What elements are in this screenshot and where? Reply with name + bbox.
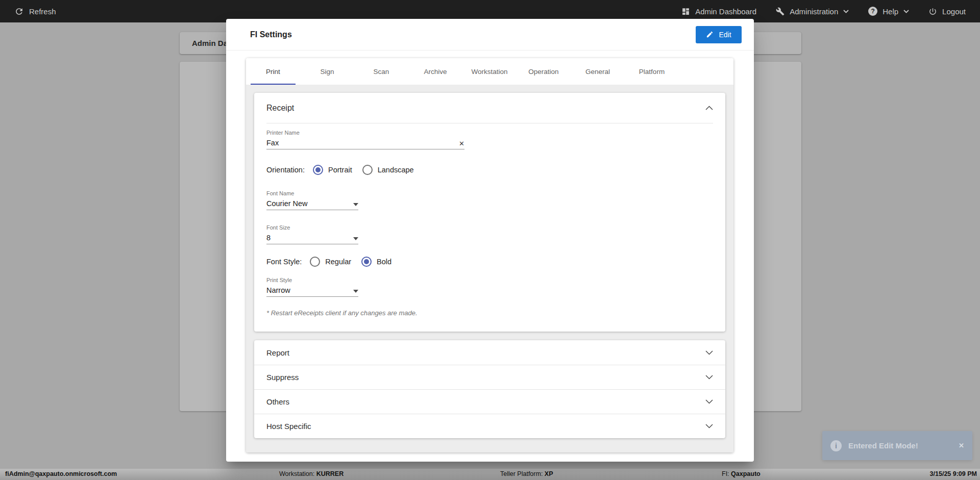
refresh-button[interactable]: Refresh (14, 7, 56, 16)
dialog-title: FI Settings (250, 30, 292, 39)
logout-button[interactable]: Logout (928, 7, 966, 16)
edit-button[interactable]: Edit (696, 26, 742, 43)
clear-icon[interactable]: ✕ (459, 140, 464, 147)
font-name-field: Font Name Courier New (266, 190, 358, 210)
font-style-bold-option[interactable]: Bold (361, 257, 391, 267)
tab-label: Sign (320, 68, 334, 75)
help-menu[interactable]: ? Help (868, 7, 909, 16)
tab-workstation[interactable]: Workstation (462, 58, 517, 85)
bold-label: Bold (377, 258, 391, 266)
chevron-down-icon (705, 350, 713, 355)
receipt-section-header[interactable]: Receipt (254, 93, 725, 123)
receipt-form: Printer Name ✕ Orientation: Portrait (254, 123, 725, 317)
tab-label: Workstation (471, 68, 507, 75)
fi-settings-dialog: FI Settings Edit Print Sign Scan Archive… (226, 19, 754, 462)
refresh-label: Refresh (29, 7, 56, 16)
dropdown-arrow-icon (353, 237, 358, 240)
font-size-value: 8 (266, 234, 271, 242)
teller-platform-value: XP (545, 470, 553, 477)
dropdown-arrow-icon (353, 290, 358, 293)
section-host-specific[interactable]: Host Specific (254, 414, 725, 438)
help-label: Help (883, 7, 898, 16)
wrench-icon (776, 7, 785, 16)
section-report[interactable]: Report (254, 340, 725, 365)
section-title: Host Specific (266, 422, 311, 431)
fi-value: Qaxpauto (731, 470, 761, 477)
active-tab-indicator (251, 84, 296, 85)
status-bar: fiAdmin@qaxpauto.onmicrosoft.com Worksta… (0, 469, 980, 480)
tab-label: Platform (639, 68, 665, 75)
fi-label: FI: (722, 470, 729, 477)
tab-label: Operation (528, 68, 558, 75)
refresh-icon (14, 7, 24, 16)
tab-sign[interactable]: Sign (300, 58, 354, 85)
help-icon: ? (868, 7, 877, 16)
print-tab-content: Receipt Printer Name ✕ (246, 85, 733, 452)
status-workstation: Workstation: KURRER (279, 470, 344, 477)
tab-scan[interactable]: Scan (354, 58, 408, 85)
admin-dashboard-label: Admin Dashboard (695, 7, 756, 16)
print-style-label: Print Style (266, 277, 358, 283)
dialog-header: FI Settings Edit (226, 19, 754, 50)
administration-menu[interactable]: Administration (776, 7, 849, 16)
chevron-down-icon (705, 375, 713, 380)
status-datetime: 3/15/25 9:09 PM (930, 470, 977, 477)
pencil-icon (706, 31, 714, 38)
chevron-up-icon (705, 106, 713, 110)
tab-label: Scan (374, 68, 389, 75)
chevron-down-icon (843, 10, 849, 13)
printer-name-field: Printer Name ✕ (266, 130, 464, 149)
printer-name-label: Printer Name (266, 130, 464, 136)
radio-selected-icon (361, 257, 372, 267)
logout-label: Logout (942, 7, 966, 16)
receipt-section-title: Receipt (266, 104, 294, 113)
restart-note: * Restart eReceipts client if any change… (266, 309, 713, 317)
font-style-regular-option[interactable]: Regular (310, 257, 351, 267)
tab-general[interactable]: General (571, 58, 625, 85)
font-name-value: Courier New (266, 199, 308, 208)
orientation-landscape-option[interactable]: Landscape (362, 165, 414, 175)
teller-platform-label: Teller Platform: (500, 470, 543, 477)
receipt-section: Receipt Printer Name ✕ (254, 93, 725, 332)
admin-dashboard-link[interactable]: Admin Dashboard (681, 7, 756, 16)
settings-tab-bar: Print Sign Scan Archive Workstation Oper… (246, 58, 733, 85)
settings-card: Print Sign Scan Archive Workstation Oper… (246, 58, 733, 452)
workstation-value: KURRER (316, 470, 344, 477)
power-icon (928, 7, 937, 16)
section-suppress[interactable]: Suppress (254, 365, 725, 389)
section-title: Report (266, 348, 289, 357)
landscape-label: Landscape (378, 166, 414, 174)
status-teller-platform: Teller Platform: XP (500, 470, 553, 477)
printer-name-input[interactable] (266, 139, 435, 147)
workstation-label: Workstation: (279, 470, 314, 477)
radio-selected-icon (313, 165, 323, 175)
font-style-field: Font Style: Regular Bold (266, 256, 713, 268)
font-name-select[interactable]: Courier New (266, 198, 358, 210)
orientation-label: Orientation: (266, 166, 305, 174)
font-size-label: Font Size (266, 224, 358, 231)
tab-print[interactable]: Print (246, 58, 300, 85)
tab-label: General (585, 68, 610, 75)
dashboard-icon (681, 7, 690, 16)
edit-button-label: Edit (719, 31, 731, 39)
orientation-portrait-option[interactable]: Portrait (313, 165, 352, 175)
radio-unselected-icon (362, 165, 373, 175)
tab-label: Print (266, 68, 280, 75)
radio-unselected-icon (310, 257, 320, 267)
print-style-select[interactable]: Narrow (266, 285, 358, 297)
regular-label: Regular (325, 258, 351, 266)
font-size-select[interactable]: 8 (266, 232, 358, 244)
chevron-down-icon (705, 424, 713, 428)
chevron-down-icon (903, 10, 909, 13)
edit-mode-toast: i Entered Edit Mode! ✕ (822, 431, 972, 460)
close-icon[interactable]: ✕ (959, 442, 964, 449)
section-others[interactable]: Others (254, 389, 725, 414)
print-style-field: Print Style Narrow (266, 277, 358, 297)
tab-label: Archive (424, 68, 447, 75)
info-icon: i (830, 440, 842, 451)
font-size-field: Font Size 8 (266, 224, 358, 244)
tab-archive[interactable]: Archive (408, 58, 462, 85)
tab-operation[interactable]: Operation (517, 58, 571, 85)
tab-platform[interactable]: Platform (625, 58, 679, 85)
section-title: Others (266, 397, 289, 406)
